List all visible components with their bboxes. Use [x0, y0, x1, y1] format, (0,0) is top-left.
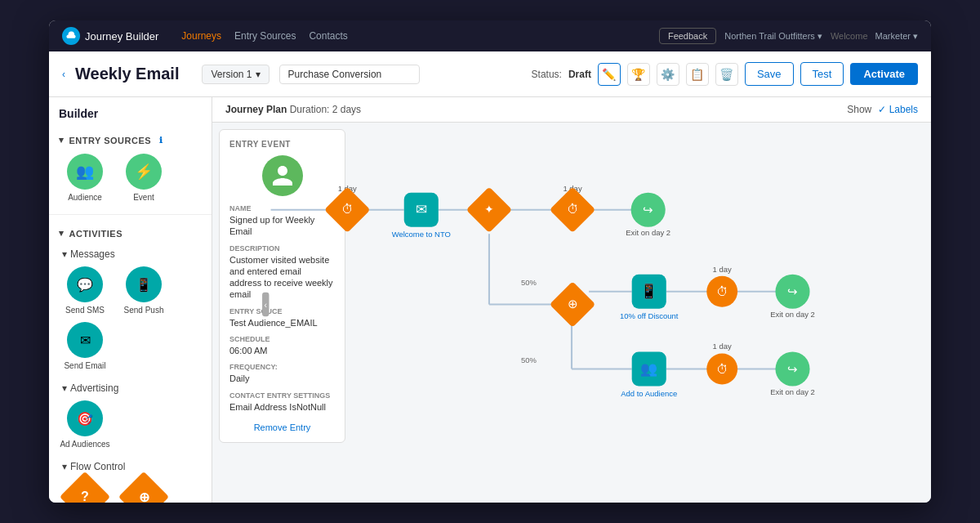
wait4-node[interactable]: ⏱ [706, 354, 737, 385]
flow-diagram: 50% 50% 1 day 1 day 1 day 1 day ⏱ [222, 132, 921, 463]
svg-text:50%: 50% [521, 278, 537, 287]
svg-text:👥: 👥 [640, 360, 658, 378]
svg-text:⏱: ⏱ [341, 203, 354, 216]
ad-audiences-icon: 🎯 [67, 400, 103, 436]
engagement-split-node[interactable]: ✦ [466, 186, 513, 233]
org-selector[interactable]: Northen Trail Outfitters ▾ [724, 31, 822, 42]
entry-sources-info-icon: ℹ [159, 136, 163, 145]
canvas: Journey Plan Duration: 2 days Show ✓ Lab… [212, 97, 931, 503]
email-label: Send Email [64, 361, 105, 371]
svg-text:Exit on day 2: Exit on day 2 [626, 228, 670, 237]
trophy-icon-button[interactable]: 🏆 [627, 63, 650, 86]
svg-text:⏱: ⏱ [716, 363, 728, 376]
event-label: Event [133, 193, 154, 203]
user-menu[interactable]: Welcome Marketer ▾ [831, 31, 918, 42]
activate-button[interactable]: Activate [850, 63, 918, 85]
audience-node[interactable]: 👥 [632, 351, 666, 386]
test-button[interactable]: Test [800, 62, 844, 86]
wait3-node[interactable]: ⏱ [706, 276, 737, 307]
svg-text:⏱: ⏱ [716, 285, 728, 298]
version-selector[interactable]: Version 1 ▾ [202, 65, 269, 84]
entry-source-icons: 👥 Audience ⚡ Event [49, 150, 212, 209]
svg-text:‹: ‹ [265, 300, 268, 310]
canvas-header-right: Show ✓ Labels [847, 104, 918, 115]
send-email-item[interactable]: ✉ Send Email [59, 322, 111, 371]
event-icon: ⚡ [126, 154, 162, 190]
svg-text:⊕: ⊕ [568, 297, 578, 311]
sms-label: Send SMS [65, 306, 105, 315]
nav-right: Feedback Northen Trail Outfitters ▾ Welc… [659, 28, 918, 44]
nav-contacts-link[interactable]: Contacts [309, 30, 347, 42]
canvas-header: Journey Plan Duration: 2 days Show ✓ Lab… [212, 97, 931, 123]
edit-icon-button[interactable]: ✏️ [598, 63, 621, 86]
advertising-subsection[interactable]: ▾ Advertising [49, 378, 212, 397]
nav-journeys-link[interactable]: Journeys [181, 30, 221, 42]
builder-title: Builder [49, 97, 212, 127]
decision-split-item[interactable]: ? Decision Split [59, 479, 111, 503]
journey-title: Weekly Email [75, 65, 179, 83]
svg-text:↪: ↪ [787, 285, 798, 298]
random-split-icon: ⊕ [118, 472, 169, 503]
svg-text:1 day: 1 day [713, 265, 732, 274]
settings-icon-button[interactable]: ⚙️ [657, 63, 679, 86]
svg-text:✉: ✉ [416, 202, 427, 217]
discount-node[interactable]: 📱 [632, 275, 666, 309]
entry-sources-section[interactable]: ▾ ENTRY SOURCES ℹ [49, 127, 212, 150]
event-entry-item[interactable]: ⚡ Event [118, 154, 170, 203]
wait2-node[interactable]: ⏱ [550, 186, 596, 233]
messages-subsection[interactable]: ▾ Messages [49, 244, 212, 263]
collapse-handle[interactable]: ‹ [262, 293, 269, 316]
push-label: Send Push [124, 306, 164, 315]
status-label: Status: [532, 69, 562, 80]
exit3-node[interactable]: ↪ [775, 351, 809, 386]
nav-links: Journeys Entry Sources Contacts [181, 30, 347, 42]
exit1-node[interactable]: ↪ [631, 193, 666, 227]
delete-icon-button[interactable]: 🗑️ [715, 63, 738, 86]
svg-text:↪: ↪ [787, 363, 798, 376]
sidebar: Builder ▾ ENTRY SOURCES ℹ 👥 Audience ⚡ E… [49, 97, 212, 503]
copy-icon-button[interactable]: 📋 [686, 63, 709, 86]
nav-logo: Journey Builder [62, 27, 158, 45]
svg-text:10% off Discount: 10% off Discount [620, 311, 679, 320]
activities-section[interactable]: ▾ ACTIVITIES [49, 220, 212, 244]
flow-svg: 50% 50% 1 day 1 day 1 day 1 day ⏱ [222, 132, 921, 459]
toolbar: ‹ Weekly Email Version 1 ▾ Status: Draft… [49, 51, 931, 97]
goal-input[interactable] [279, 65, 420, 84]
wait1-node[interactable]: ⏱ [324, 186, 371, 233]
svg-text:✦: ✦ [484, 203, 494, 216]
ad-audiences-label: Ad Audiences [60, 440, 109, 449]
svg-text:📱: 📱 [640, 283, 658, 300]
svg-text:Exit on day 2: Exit on day 2 [770, 387, 815, 396]
push-icon: 📱 [126, 266, 162, 302]
send-push-item[interactable]: 📱 Send Push [118, 266, 170, 315]
svg-text:Welcome to NTO: Welcome to NTO [392, 230, 451, 239]
app-name-label: Journey Builder [85, 30, 158, 42]
feedback-button[interactable]: Feedback [659, 28, 716, 44]
salesforce-logo-icon [62, 27, 80, 45]
journey-flow-area: ENTRY EVENT NAME Signed up for Weekly Em… [212, 123, 931, 472]
flow-control-icons: ? Decision Split ⊕ Random Split ✦ Engage… [49, 476, 212, 503]
labels-button[interactable]: ✓ Labels [878, 104, 918, 115]
ad-audiences-item[interactable]: 🎯 Ad Audiences [59, 400, 111, 449]
svg-text:Exit on day 2: Exit on day 2 [770, 310, 815, 319]
save-button[interactable]: Save [745, 62, 794, 86]
audience-label: Audience [68, 193, 102, 203]
send-sms-item[interactable]: 💬 Send SMS [59, 266, 111, 315]
message-icons: 💬 Send SMS 📱 Send Push ✉ Send Email [49, 263, 212, 378]
random-split-item[interactable]: ⊕ Random Split [118, 479, 170, 503]
status-value: Draft [568, 69, 591, 80]
sms-icon: 💬 [67, 266, 103, 302]
nav-entry-sources-link[interactable]: Entry Sources [234, 30, 296, 42]
flow-control-subsection[interactable]: ▾ Flow Control [49, 456, 212, 476]
svg-text:1 day: 1 day [713, 342, 732, 351]
audience-icon: 👥 [67, 154, 103, 190]
exit2-node[interactable]: ↪ [775, 275, 809, 309]
email-node[interactable]: ✉ [404, 193, 439, 227]
main-content: Builder ▾ ENTRY SOURCES ℹ 👥 Audience ⚡ E… [49, 97, 931, 503]
back-button[interactable]: ‹ [62, 69, 65, 80]
audience-entry-item[interactable]: 👥 Audience [59, 154, 111, 203]
email-icon: ✉ [67, 322, 103, 358]
random-split-node[interactable]: ⊕ [550, 281, 596, 328]
show-button[interactable]: Show [847, 104, 871, 115]
svg-text:Add to Audience: Add to Audience [621, 389, 677, 398]
